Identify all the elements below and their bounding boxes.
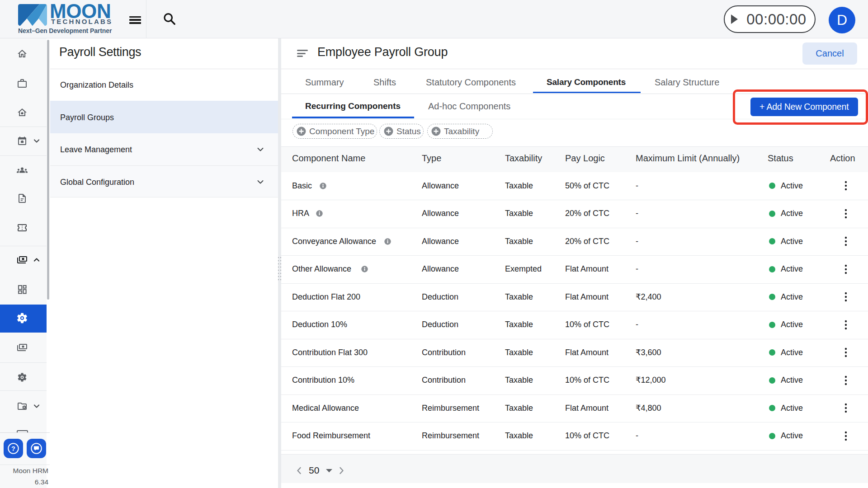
svg-text:?: ? [11,445,15,452]
